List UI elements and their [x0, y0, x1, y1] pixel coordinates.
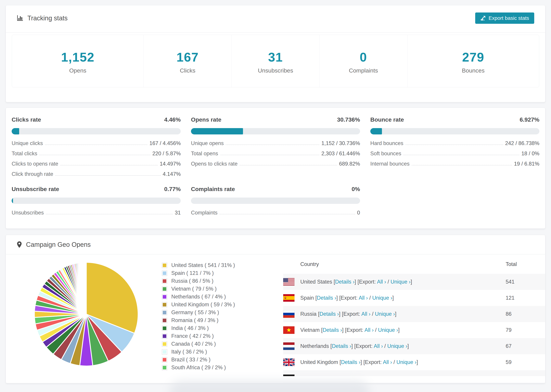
bracket: ] [Export:	[342, 327, 365, 333]
slash: /	[368, 295, 372, 301]
country-cell: United States [Details ›] [Export: All ›…	[283, 278, 506, 286]
legend-item-canada[interactable]: Canada ( 40 / 2% )	[162, 340, 235, 348]
legend-swatch	[162, 286, 167, 292]
bracket: [	[339, 359, 341, 365]
export-all-link[interactable]: All ›	[365, 327, 374, 333]
legend-label: Spain ( 121 / 7% )	[171, 270, 214, 276]
rate-row-value: 242 / 86.738%	[505, 140, 539, 147]
legend-item-germany[interactable]: Germany ( 55 / 3% )	[162, 308, 235, 316]
rates-grid: Clicks rate4.46%Unique clicks167 / 4.456…	[12, 116, 539, 216]
rate-block-complaints-rate: Complaints rate0%Complaints0	[191, 186, 360, 216]
progress-bar-fill	[12, 197, 13, 204]
details-link[interactable]: Details ›	[332, 343, 351, 349]
geo-pie-chart	[32, 260, 140, 368]
export-all-link[interactable]: All ›	[377, 279, 386, 285]
rate-detail-row: Internal bounces19 / 6.81%	[370, 161, 539, 167]
flag-ru-icon	[283, 310, 295, 318]
export-all-link[interactable]: All ›	[359, 295, 368, 301]
slash: /	[383, 343, 387, 349]
legend-item-spain[interactable]: Spain ( 121 / 7% )	[162, 269, 235, 277]
country-cell: Netherlands [Details ›] [Export: All › /…	[283, 343, 506, 350]
legend-item-romania[interactable]: Romania ( 49 / 3% )	[162, 316, 235, 324]
rate-row-value: 167 / 4.456%	[149, 140, 181, 147]
export-unique-link[interactable]: Unique ›	[390, 279, 410, 285]
legend-swatch-color	[163, 311, 166, 314]
stat-label: Opens	[12, 67, 144, 74]
rate-block-clicks-rate: Clicks rate4.46%Unique clicks167 / 4.456…	[12, 116, 181, 177]
legend-swatch-color	[163, 319, 166, 322]
rate-head: Opens rate30.736%	[191, 116, 360, 123]
legend-item-brazil[interactable]: Brazil ( 33 / 2% )	[162, 356, 235, 364]
export-icon	[480, 15, 486, 21]
export-unique-link[interactable]: Unique ›	[387, 343, 407, 349]
rate-rows: Hard bounces242 / 86.738%Soft bounces18 …	[370, 140, 539, 167]
rate-rows: Complaints0	[191, 210, 360, 216]
legend-label: United States ( 541 / 31% )	[171, 262, 235, 268]
dotted-leader	[240, 165, 337, 165]
rate-value: 30.736%	[337, 116, 360, 123]
country-cell: United Kingdom [Details ›] [Export: All …	[283, 358, 506, 366]
rate-block-unsubscribe-rate: Unsubscribe rate0.77%Unsubscribes31	[12, 186, 181, 216]
rate-row-label: Unique clicks	[12, 140, 43, 147]
legend-item-netherlands[interactable]: Netherlands ( 67 / 4% )	[162, 293, 235, 301]
export-all-link[interactable]: All ›	[374, 343, 383, 349]
legend-swatch	[162, 357, 167, 362]
details-link[interactable]: Details ›	[323, 327, 342, 333]
legend-swatch	[162, 365, 167, 370]
export-unique-link[interactable]: Unique ›	[378, 327, 398, 333]
details-link[interactable]: Details ›	[341, 359, 360, 365]
geo-table: Country Total United States [Details ›] …	[283, 254, 545, 383]
rate-row-value: 2,303 / 61.446%	[321, 151, 360, 157]
legend-swatch-color	[163, 264, 166, 267]
export-unique-link[interactable]: Unique ›	[375, 311, 395, 317]
legend-swatch	[162, 318, 167, 323]
export-all-link[interactable]: All ›	[361, 311, 370, 317]
legend-swatch	[162, 263, 167, 268]
country-info: Spain [Details ›] [Export: All › / Uniqu…	[300, 295, 394, 301]
legend-swatch-color	[163, 350, 166, 354]
dotted-leader	[46, 214, 173, 214]
rate-row-label: Total opens	[191, 151, 218, 157]
legend-label: Germany ( 55 / 3% )	[171, 309, 219, 315]
rate-row-label: Unique opens	[191, 140, 224, 147]
rate-row-value: 4.147%	[163, 171, 181, 177]
legend-label: Romania ( 49 / 3% )	[171, 317, 219, 323]
legend-item-russia[interactable]: Russia ( 86 / 5% )	[162, 277, 235, 285]
country-name: United States	[300, 279, 334, 285]
geo-section-title: Campaign Geo Opens	[26, 241, 91, 248]
details-link[interactable]: Details ›	[335, 279, 354, 285]
legend-item-united-states[interactable]: United States ( 541 / 31% )	[162, 261, 235, 269]
bracket: [	[315, 295, 317, 301]
campaign-geo-opens-card: Campaign Geo Opens United States ( 541 /…	[6, 235, 545, 383]
legend-item-india[interactable]: India ( 46 / 3% )	[162, 324, 235, 332]
table-bottom-fade	[6, 376, 545, 383]
progress-bar-track	[370, 128, 539, 134]
stat-cell-clicks: 167Clicks	[144, 35, 232, 87]
table-row-netherlands: Netherlands [Details ›] [Export: All › /…	[283, 338, 545, 354]
export-unique-link[interactable]: Unique ›	[372, 295, 392, 301]
stat-value: 31	[232, 50, 319, 64]
legend-item-vietnam[interactable]: Vietnam ( 79 / 5% )	[162, 285, 235, 293]
legend-item-france[interactable]: France ( 42 / 2% )	[162, 332, 235, 340]
export-unique-link[interactable]: Unique ›	[396, 359, 417, 365]
rate-detail-row: Soft bounces18 / 0%	[370, 151, 539, 157]
details-link[interactable]: Details ›	[317, 295, 336, 301]
bracket: ] [Export:	[351, 343, 374, 349]
legend-item-italy[interactable]: Italy ( 36 / 2% )	[162, 348, 235, 356]
legend-item-south-africa[interactable]: South Africa ( 29 / 2% )	[162, 364, 235, 371]
legend-swatch-color	[163, 342, 166, 346]
legend-item-united-kingdom[interactable]: United Kingdom ( 59 / 3% )	[162, 301, 235, 308]
legend-swatch-color	[163, 279, 166, 283]
stat-value: 279	[407, 50, 539, 64]
tracking-stats-card: Tracking stats Export basic stats 1,152O…	[6, 5, 545, 102]
rate-row-label: Opens to clicks rate	[191, 161, 238, 167]
progress-bar-track	[12, 128, 181, 134]
export-all-link[interactable]: All ›	[383, 359, 392, 365]
details-link[interactable]: Details ›	[319, 311, 339, 317]
export-basic-stats-button[interactable]: Export basic stats	[475, 13, 534, 24]
bracket: ]	[392, 295, 394, 301]
slash: /	[392, 359, 396, 365]
legend-swatch	[162, 334, 167, 339]
dashboard-screen: Tracking stats Export basic stats 1,152O…	[0, 0, 551, 392]
rate-row-label: Complaints	[191, 210, 218, 216]
